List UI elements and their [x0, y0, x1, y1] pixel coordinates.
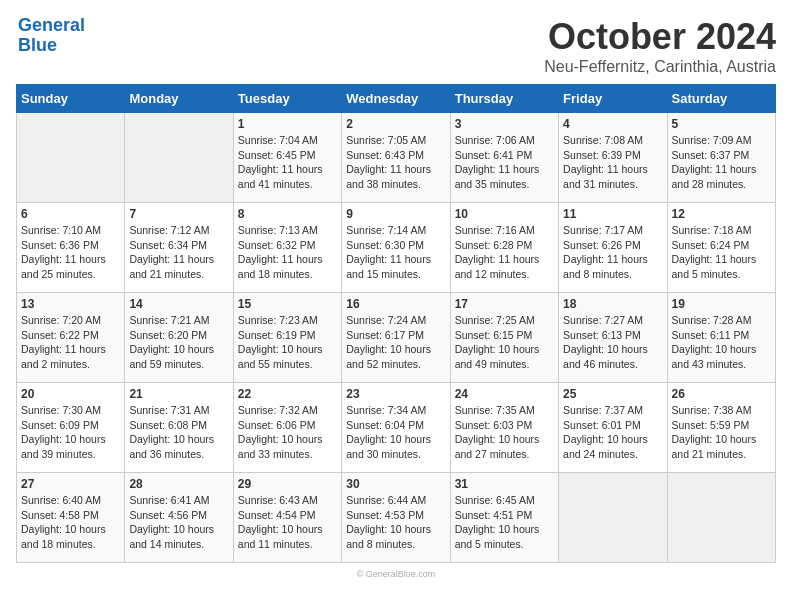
day-number: 6 — [21, 207, 120, 221]
calendar-cell — [125, 113, 233, 203]
weekday-sunday: Sunday — [17, 85, 125, 113]
location: Neu-Feffernitz, Carinthia, Austria — [544, 58, 776, 76]
day-number: 7 — [129, 207, 228, 221]
calendar-cell — [667, 473, 775, 563]
day-number: 10 — [455, 207, 554, 221]
day-info: Sunrise: 7:08 AM Sunset: 6:39 PM Dayligh… — [563, 133, 662, 192]
calendar-cell: 15Sunrise: 7:23 AM Sunset: 6:19 PM Dayli… — [233, 293, 341, 383]
day-info: Sunrise: 7:04 AM Sunset: 6:45 PM Dayligh… — [238, 133, 337, 192]
calendar-cell: 20Sunrise: 7:30 AM Sunset: 6:09 PM Dayli… — [17, 383, 125, 473]
calendar-cell: 6Sunrise: 7:10 AM Sunset: 6:36 PM Daylig… — [17, 203, 125, 293]
day-info: Sunrise: 7:32 AM Sunset: 6:06 PM Dayligh… — [238, 403, 337, 462]
day-info: Sunrise: 7:23 AM Sunset: 6:19 PM Dayligh… — [238, 313, 337, 372]
weekday-wednesday: Wednesday — [342, 85, 450, 113]
weekday-thursday: Thursday — [450, 85, 558, 113]
day-number: 16 — [346, 297, 445, 311]
calendar-cell: 21Sunrise: 7:31 AM Sunset: 6:08 PM Dayli… — [125, 383, 233, 473]
calendar-cell: 16Sunrise: 7:24 AM Sunset: 6:17 PM Dayli… — [342, 293, 450, 383]
week-row-4: 20Sunrise: 7:30 AM Sunset: 6:09 PM Dayli… — [17, 383, 776, 473]
day-info: Sunrise: 7:27 AM Sunset: 6:13 PM Dayligh… — [563, 313, 662, 372]
day-number: 22 — [238, 387, 337, 401]
page-header: G eneral Blue General Blue October 2024 … — [16, 16, 776, 76]
day-number: 14 — [129, 297, 228, 311]
day-number: 20 — [21, 387, 120, 401]
day-info: Sunrise: 7:31 AM Sunset: 6:08 PM Dayligh… — [129, 403, 228, 462]
day-number: 12 — [672, 207, 771, 221]
weekday-header-row: SundayMondayTuesdayWednesdayThursdayFrid… — [17, 85, 776, 113]
calendar-cell: 9Sunrise: 7:14 AM Sunset: 6:30 PM Daylig… — [342, 203, 450, 293]
day-info: Sunrise: 7:38 AM Sunset: 5:59 PM Dayligh… — [672, 403, 771, 462]
title-block: October 2024 Neu-Feffernitz, Carinthia, … — [544, 16, 776, 76]
day-number: 24 — [455, 387, 554, 401]
calendar-cell: 26Sunrise: 7:38 AM Sunset: 5:59 PM Dayli… — [667, 383, 775, 473]
day-info: Sunrise: 6:44 AM Sunset: 4:53 PM Dayligh… — [346, 493, 445, 552]
day-number: 5 — [672, 117, 771, 131]
day-info: Sunrise: 7:05 AM Sunset: 6:43 PM Dayligh… — [346, 133, 445, 192]
calendar-cell: 28Sunrise: 6:41 AM Sunset: 4:56 PM Dayli… — [125, 473, 233, 563]
day-number: 19 — [672, 297, 771, 311]
day-info: Sunrise: 7:10 AM Sunset: 6:36 PM Dayligh… — [21, 223, 120, 282]
calendar-cell: 11Sunrise: 7:17 AM Sunset: 6:26 PM Dayli… — [559, 203, 667, 293]
footer: © GeneralBlue.com — [357, 569, 436, 579]
day-number: 1 — [238, 117, 337, 131]
calendar-cell: 18Sunrise: 7:27 AM Sunset: 6:13 PM Dayli… — [559, 293, 667, 383]
day-info: Sunrise: 6:45 AM Sunset: 4:51 PM Dayligh… — [455, 493, 554, 552]
calendar-body: 1Sunrise: 7:04 AM Sunset: 6:45 PM Daylig… — [17, 113, 776, 563]
calendar-cell: 14Sunrise: 7:21 AM Sunset: 6:20 PM Dayli… — [125, 293, 233, 383]
calendar-cell: 30Sunrise: 6:44 AM Sunset: 4:53 PM Dayli… — [342, 473, 450, 563]
day-info: Sunrise: 7:20 AM Sunset: 6:22 PM Dayligh… — [21, 313, 120, 372]
day-info: Sunrise: 7:35 AM Sunset: 6:03 PM Dayligh… — [455, 403, 554, 462]
day-number: 31 — [455, 477, 554, 491]
calendar-cell: 2Sunrise: 7:05 AM Sunset: 6:43 PM Daylig… — [342, 113, 450, 203]
day-info: Sunrise: 7:37 AM Sunset: 6:01 PM Dayligh… — [563, 403, 662, 462]
day-number: 8 — [238, 207, 337, 221]
calendar-cell: 7Sunrise: 7:12 AM Sunset: 6:34 PM Daylig… — [125, 203, 233, 293]
month-title: October 2024 — [544, 16, 776, 58]
day-number: 17 — [455, 297, 554, 311]
day-number: 21 — [129, 387, 228, 401]
day-info: Sunrise: 6:41 AM Sunset: 4:56 PM Dayligh… — [129, 493, 228, 552]
weekday-saturday: Saturday — [667, 85, 775, 113]
calendar-cell: 4Sunrise: 7:08 AM Sunset: 6:39 PM Daylig… — [559, 113, 667, 203]
calendar-cell: 13Sunrise: 7:20 AM Sunset: 6:22 PM Dayli… — [17, 293, 125, 383]
day-info: Sunrise: 7:14 AM Sunset: 6:30 PM Dayligh… — [346, 223, 445, 282]
day-number: 13 — [21, 297, 120, 311]
day-info: Sunrise: 7:30 AM Sunset: 6:09 PM Dayligh… — [21, 403, 120, 462]
calendar-cell: 17Sunrise: 7:25 AM Sunset: 6:15 PM Dayli… — [450, 293, 558, 383]
calendar-cell: 12Sunrise: 7:18 AM Sunset: 6:24 PM Dayli… — [667, 203, 775, 293]
day-number: 2 — [346, 117, 445, 131]
day-info: Sunrise: 7:28 AM Sunset: 6:11 PM Dayligh… — [672, 313, 771, 372]
calendar-cell: 31Sunrise: 6:45 AM Sunset: 4:51 PM Dayli… — [450, 473, 558, 563]
calendar-cell: 19Sunrise: 7:28 AM Sunset: 6:11 PM Dayli… — [667, 293, 775, 383]
day-number: 11 — [563, 207, 662, 221]
weekday-friday: Friday — [559, 85, 667, 113]
calendar-cell: 23Sunrise: 7:34 AM Sunset: 6:04 PM Dayli… — [342, 383, 450, 473]
day-number: 3 — [455, 117, 554, 131]
weekday-monday: Monday — [125, 85, 233, 113]
calendar-cell: 5Sunrise: 7:09 AM Sunset: 6:37 PM Daylig… — [667, 113, 775, 203]
logo-blue: Blue — [18, 35, 57, 55]
day-info: Sunrise: 6:43 AM Sunset: 4:54 PM Dayligh… — [238, 493, 337, 552]
day-info: Sunrise: 7:16 AM Sunset: 6:28 PM Dayligh… — [455, 223, 554, 282]
logo: G eneral Blue General Blue — [16, 16, 85, 56]
day-number: 23 — [346, 387, 445, 401]
day-info: Sunrise: 7:13 AM Sunset: 6:32 PM Dayligh… — [238, 223, 337, 282]
day-number: 29 — [238, 477, 337, 491]
day-info: Sunrise: 7:24 AM Sunset: 6:17 PM Dayligh… — [346, 313, 445, 372]
calendar-cell: 3Sunrise: 7:06 AM Sunset: 6:41 PM Daylig… — [450, 113, 558, 203]
week-row-1: 1Sunrise: 7:04 AM Sunset: 6:45 PM Daylig… — [17, 113, 776, 203]
weekday-tuesday: Tuesday — [233, 85, 341, 113]
day-number: 4 — [563, 117, 662, 131]
calendar-cell: 25Sunrise: 7:37 AM Sunset: 6:01 PM Dayli… — [559, 383, 667, 473]
calendar-cell: 1Sunrise: 7:04 AM Sunset: 6:45 PM Daylig… — [233, 113, 341, 203]
day-number: 26 — [672, 387, 771, 401]
calendar-cell — [17, 113, 125, 203]
day-info: Sunrise: 7:25 AM Sunset: 6:15 PM Dayligh… — [455, 313, 554, 372]
calendar-cell — [559, 473, 667, 563]
day-number: 15 — [238, 297, 337, 311]
calendar-cell: 22Sunrise: 7:32 AM Sunset: 6:06 PM Dayli… — [233, 383, 341, 473]
day-info: Sunrise: 7:06 AM Sunset: 6:41 PM Dayligh… — [455, 133, 554, 192]
day-info: Sunrise: 7:09 AM Sunset: 6:37 PM Dayligh… — [672, 133, 771, 192]
logo-general: General — [18, 15, 85, 35]
day-info: Sunrise: 7:12 AM Sunset: 6:34 PM Dayligh… — [129, 223, 228, 282]
